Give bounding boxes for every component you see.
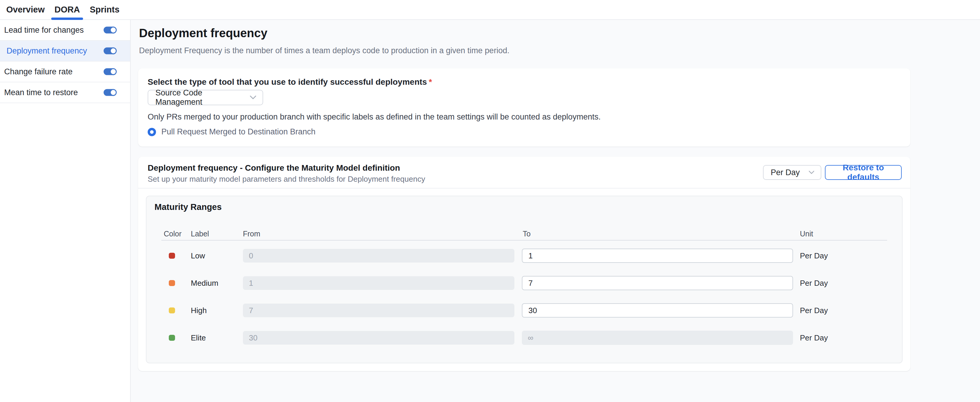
- section-divider: [138, 188, 910, 188]
- tab-overview[interactable]: Overview: [6, 0, 45, 19]
- column-header-to: To: [523, 229, 530, 238]
- unit-value: Per Day: [800, 251, 828, 261]
- to-input[interactable]: [522, 248, 793, 263]
- sidebar-item-label: Change failure rate: [4, 67, 73, 76]
- maturity-ranges-title: Maturity Ranges: [154, 202, 222, 212]
- table-row: Low Per Day: [146, 242, 902, 269]
- deployment-tool-card: Select the type of tool that you use to …: [138, 68, 910, 147]
- radio-selected-icon[interactable]: [148, 128, 156, 136]
- lead-time-toggle[interactable]: [103, 27, 116, 33]
- sidebar-item-label: Lead time for changes: [4, 25, 84, 35]
- page-title: Deployment frequency: [139, 27, 267, 40]
- to-input: [522, 331, 793, 345]
- restore-defaults-button[interactable]: Restore to defaults: [825, 165, 902, 180]
- tool-select-label: Select the type of tool that you use to …: [148, 77, 432, 87]
- unit-value: Per Day: [800, 306, 828, 315]
- from-input: [243, 304, 514, 317]
- sidebar-item-change-failure-rate[interactable]: Change failure rate: [0, 62, 130, 82]
- chevron-down-icon: [250, 95, 257, 100]
- column-header-label: Label: [191, 229, 209, 238]
- color-swatch: [169, 280, 175, 286]
- sidebar-item-label: Mean time to restore: [4, 88, 78, 97]
- tool-type-select-value: Source Code Management: [155, 88, 245, 107]
- from-input: [243, 249, 514, 263]
- required-asterisk: *: [429, 77, 432, 87]
- color-swatch: [169, 307, 175, 313]
- sidebar-item-lead-time-for-changes[interactable]: Lead time for changes: [0, 20, 130, 41]
- tab-list: Overview DORA Sprints: [0, 0, 980, 19]
- mean-time-to-restore-toggle[interactable]: [103, 89, 116, 96]
- table-row: Medium Per Day: [146, 269, 902, 297]
- toggle-knob: [110, 47, 117, 54]
- to-input[interactable]: [522, 303, 793, 318]
- color-swatch: [169, 253, 175, 259]
- range-label: Low: [191, 251, 205, 261]
- page-subtitle: Deployment Frequency is the number of ti…: [139, 46, 509, 55]
- maturity-section-subtitle: Set up your maturity model parameters an…: [148, 174, 425, 184]
- sidebar-item-deployment-frequency[interactable]: Deployment frequency: [0, 41, 130, 62]
- table-row: Elite Per Day: [146, 324, 902, 351]
- maturity-model-card: Deployment frequency - Configure the Mat…: [138, 157, 910, 371]
- maturity-ranges-panel: Maturity Ranges Color Label From To Unit…: [146, 196, 903, 363]
- tab-dora[interactable]: DORA: [54, 0, 80, 19]
- chevron-down-icon: [808, 170, 815, 174]
- unit-value: Per Day: [800, 333, 828, 342]
- toggle-knob: [110, 68, 117, 75]
- change-failure-rate-toggle[interactable]: [103, 68, 116, 75]
- table-row: High Per Day: [146, 297, 902, 324]
- maturity-section-title: Deployment frequency - Configure the Mat…: [148, 163, 400, 173]
- sidebar-item-mean-time-to-restore[interactable]: Mean time to restore: [0, 82, 130, 103]
- deployment-info-text: Only PRs merged to your production branc…: [148, 112, 601, 122]
- unit-value: Per Day: [800, 279, 828, 288]
- column-header-unit: Unit: [800, 229, 813, 238]
- radio-label: Pull Request Merged to Destination Branc…: [161, 127, 315, 136]
- color-swatch: [169, 335, 175, 341]
- range-label: Elite: [191, 333, 206, 342]
- range-label: Medium: [191, 279, 218, 288]
- tool-type-select[interactable]: Source Code Management: [148, 90, 263, 105]
- range-label: High: [191, 306, 207, 315]
- from-input: [243, 331, 514, 345]
- unit-select[interactable]: Per Day: [763, 165, 821, 180]
- pr-merged-radio-row[interactable]: Pull Request Merged to Destination Branc…: [148, 127, 315, 136]
- main-content: Deployment frequency Deployment Frequenc…: [131, 20, 980, 402]
- tool-select-label-text: Select the type of tool that you use to …: [148, 77, 427, 87]
- tab-sprints[interactable]: Sprints: [90, 0, 119, 19]
- metrics-sidebar: Lead time for changes Deployment frequen…: [0, 20, 131, 402]
- toggle-knob: [110, 89, 117, 96]
- toggle-knob: [110, 27, 117, 33]
- unit-select-value: Per Day: [771, 168, 800, 177]
- deployment-frequency-toggle[interactable]: [103, 47, 116, 54]
- top-tab-bar: Overview DORA Sprints: [0, 0, 980, 20]
- table-header-divider: [161, 240, 887, 241]
- from-input: [243, 276, 514, 290]
- dora-settings-page: Overview DORA Sprints Lead time for chan…: [0, 0, 980, 402]
- column-header-from: From: [243, 229, 260, 238]
- to-input[interactable]: [522, 276, 793, 290]
- sidebar-item-label: Deployment frequency: [6, 46, 87, 55]
- column-header-color: Color: [164, 229, 181, 238]
